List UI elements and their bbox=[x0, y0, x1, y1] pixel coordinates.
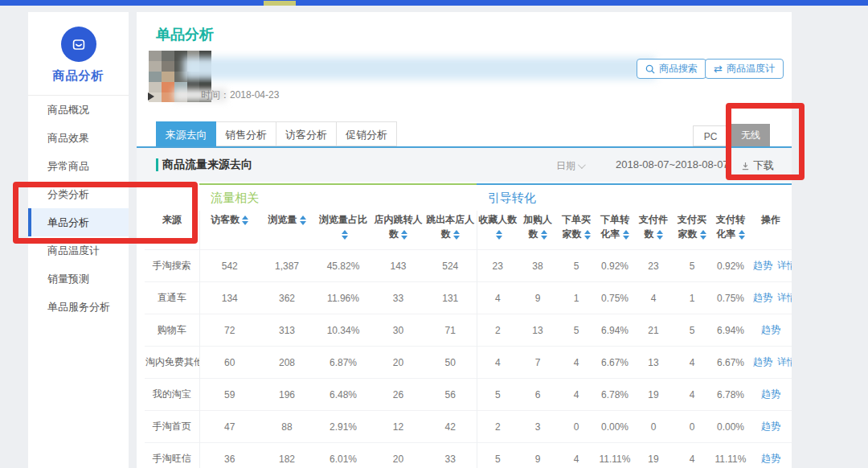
product-analysis-icon bbox=[61, 27, 96, 62]
column-header-1[interactable]: 访客数 bbox=[199, 211, 260, 250]
detail-link[interactable]: 详情 bbox=[777, 260, 792, 271]
value-cell: 4 bbox=[477, 282, 518, 314]
date-filter-dropdown[interactable]: 日期 bbox=[556, 159, 583, 173]
value-cell: 19 bbox=[634, 379, 673, 411]
value-cell: 36 bbox=[199, 443, 260, 468]
value-cell: 4 bbox=[673, 379, 711, 411]
value-cell: 11.11% bbox=[596, 443, 634, 468]
column-header-6[interactable]: 收藏人数 bbox=[477, 211, 518, 250]
sort-icon[interactable] bbox=[453, 230, 460, 240]
value-cell: 2 bbox=[477, 314, 518, 347]
sort-icon[interactable] bbox=[584, 230, 591, 240]
value-cell: 0.92% bbox=[596, 250, 634, 282]
value-cell: 72 bbox=[199, 314, 260, 347]
product-search-button[interactable]: 商品搜索 bbox=[637, 59, 706, 79]
sort-icon[interactable] bbox=[739, 230, 745, 240]
detail-link[interactable]: 详情 bbox=[777, 292, 792, 303]
column-header-8[interactable]: 下单买家数 bbox=[557, 211, 596, 250]
column-header-4[interactable]: 店内跳转人数 bbox=[372, 211, 424, 250]
value-cell: 0.75% bbox=[596, 282, 634, 314]
play-marker-icon bbox=[148, 92, 154, 101]
value-cell: 60 bbox=[199, 347, 260, 379]
sidebar-item-6[interactable]: 销量预测 bbox=[28, 265, 129, 293]
date-range-picker[interactable]: 2018-08-07~2018-08-07 bbox=[616, 158, 729, 170]
tab-0[interactable]: 来源去向 bbox=[156, 121, 216, 146]
column-header-7[interactable]: 加购人数 bbox=[518, 211, 557, 250]
sort-icon[interactable] bbox=[401, 230, 407, 240]
device-toggle-wireless[interactable]: 无线 bbox=[731, 124, 770, 146]
scrollbar-thumb[interactable] bbox=[264, 1, 296, 6]
value-cell: 0 bbox=[557, 411, 596, 443]
value-cell: 11.96% bbox=[314, 282, 372, 314]
source-cell: 手淘搜索 bbox=[145, 250, 199, 282]
group-header-traffic: 流量相关 bbox=[199, 184, 477, 211]
sidebar-item-3[interactable]: 分类分析 bbox=[28, 180, 129, 208]
trend-link[interactable]: 趋势 bbox=[761, 453, 780, 464]
sort-icon[interactable] bbox=[242, 216, 248, 225]
sort-icon[interactable] bbox=[496, 230, 502, 240]
column-header-3[interactable]: 浏览量占比 bbox=[314, 211, 372, 250]
value-cell: 362 bbox=[260, 282, 314, 314]
sort-icon[interactable] bbox=[657, 230, 663, 240]
value-cell: 6.78% bbox=[596, 379, 634, 411]
value-cell: 6.01% bbox=[314, 443, 372, 468]
product-thermometer-button[interactable]: ⇄ 商品温度计 bbox=[705, 59, 784, 79]
sidebar-title: 商品分析 bbox=[28, 68, 129, 84]
download-button[interactable]: 下载 bbox=[741, 158, 774, 173]
sort-icon[interactable] bbox=[342, 230, 348, 240]
value-cell: 131 bbox=[424, 282, 477, 314]
column-header-2[interactable]: 浏览量 bbox=[260, 211, 314, 250]
sort-icon[interactable] bbox=[700, 230, 706, 240]
tab-1[interactable]: 销售分析 bbox=[216, 121, 276, 146]
sort-icon[interactable] bbox=[541, 230, 547, 240]
sort-icon[interactable] bbox=[300, 216, 306, 225]
column-header-12[interactable]: 支付转化率 bbox=[711, 211, 750, 250]
column-header-11[interactable]: 支付买家数 bbox=[673, 211, 711, 250]
group-header-empty bbox=[145, 184, 199, 211]
table-row: 手淘旺信361826.01%203359411.11%19411.11%趋势 bbox=[145, 443, 792, 468]
table-row: 购物车7231310.34%307121356.94%2156.94%趋势 bbox=[145, 314, 792, 347]
trend-link[interactable]: 趋势 bbox=[761, 421, 780, 432]
trend-link[interactable]: 趋势 bbox=[761, 388, 780, 400]
value-cell: 6.87% bbox=[314, 347, 372, 379]
source-cell: 购物车 bbox=[145, 314, 199, 347]
value-cell: 9 bbox=[518, 443, 557, 468]
trend-link[interactable]: 趋势 bbox=[761, 324, 780, 335]
sidebar-item-2[interactable]: 异常商品 bbox=[28, 152, 129, 180]
sidebar-item-4[interactable]: 单品分析 bbox=[28, 208, 129, 236]
table-column-header-row: 来源访客数浏览量浏览量占比店内跳转人数跳出本店人数收藏人数加购人数下单买家数下单… bbox=[145, 211, 792, 250]
sidebar-item-5[interactable]: 商品温度计 bbox=[28, 236, 129, 265]
table-row: 直通车13436211.96%331314910.75%410.75%趋势详情 bbox=[145, 282, 792, 314]
column-header-10[interactable]: 支付件数 bbox=[634, 211, 673, 250]
value-cell: 196 bbox=[260, 379, 314, 411]
value-cell: 10.34% bbox=[314, 314, 372, 347]
product-title-blurred bbox=[183, 57, 656, 80]
value-cell: 5 bbox=[477, 443, 518, 468]
value-cell: 4 bbox=[673, 347, 711, 379]
value-cell: 3 bbox=[518, 411, 557, 443]
trend-link[interactable]: 趋势 bbox=[753, 292, 772, 303]
tab-2[interactable]: 访客分析 bbox=[276, 121, 337, 146]
value-cell: 47 bbox=[199, 411, 260, 443]
column-header-9[interactable]: 下单转化率 bbox=[596, 211, 634, 250]
main-panel: 单品分析 时间：2018-04-23 商品搜索 ⇄ 商品温度计 来源去向销售分析… bbox=[137, 12, 792, 468]
value-cell: 4 bbox=[634, 282, 673, 314]
trend-link[interactable]: 趋势 bbox=[753, 260, 772, 271]
trend-link[interactable]: 趋势 bbox=[753, 356, 772, 367]
sidebar-item-7[interactable]: 单品服务分析 bbox=[28, 293, 129, 321]
value-cell: 6.48% bbox=[314, 379, 372, 411]
sidebar-item-1[interactable]: 商品效果 bbox=[28, 124, 129, 152]
sidebar-item-0[interactable]: 商品概况 bbox=[28, 96, 129, 124]
value-cell: 6.78% bbox=[711, 379, 750, 411]
column-header-13: 操作 bbox=[750, 211, 792, 250]
sort-icon[interactable] bbox=[623, 230, 629, 240]
value-cell: 524 bbox=[424, 250, 477, 282]
device-toggle-pc[interactable]: PC bbox=[693, 125, 728, 146]
detail-link[interactable]: 详情 bbox=[777, 356, 792, 367]
source-cell: 淘内免费其他 bbox=[145, 347, 199, 379]
value-cell: 182 bbox=[260, 443, 314, 468]
column-header-5[interactable]: 跳出本店人数 bbox=[424, 211, 477, 250]
value-cell: 21 bbox=[634, 314, 673, 347]
tab-3[interactable]: 促销分析 bbox=[337, 121, 397, 146]
value-cell: 56 bbox=[424, 379, 477, 411]
